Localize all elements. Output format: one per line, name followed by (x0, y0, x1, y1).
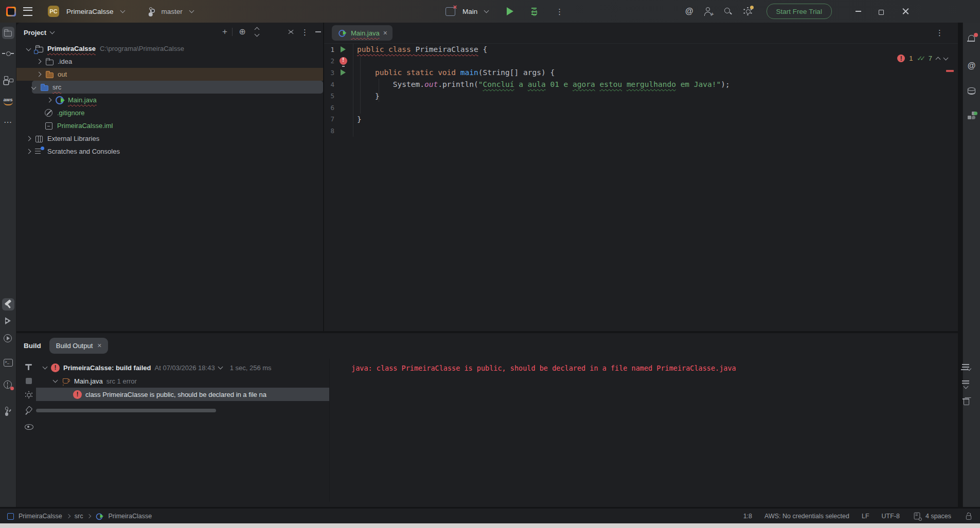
build-settings-icon[interactable] (24, 390, 33, 399)
chevron-right-icon[interactable] (37, 72, 42, 77)
tree-row[interactable]: External Libraries (16, 132, 323, 145)
soft-wrap-icon[interactable] (961, 362, 971, 372)
chevron-down-icon[interactable] (53, 378, 58, 383)
stop-icon[interactable] (26, 378, 32, 384)
breadcrumb-src[interactable]: src (75, 513, 83, 520)
options-icon[interactable]: ⋮ (301, 28, 309, 36)
dependencies-tool-button[interactable] (966, 110, 978, 122)
tree-row[interactable]: .idea (16, 55, 323, 68)
breadcrumb-project[interactable]: PrimeiraCalsse (19, 513, 62, 520)
code-editor[interactable]: 1public class PrimeiraClasse {23 public … (324, 44, 958, 137)
notifications-button[interactable] (966, 33, 978, 45)
tree-row[interactable]: src (32, 81, 323, 94)
problems-tool-button[interactable] (2, 378, 14, 391)
add-icon[interactable]: + (222, 27, 227, 37)
run-line-icon[interactable] (341, 46, 346, 52)
editor-options-icon[interactable]: ⋮ (936, 29, 943, 37)
aws-credentials-widget[interactable]: AWS: No credentials selected (764, 513, 849, 520)
chevron-down-icon[interactable] (484, 8, 489, 13)
ai-assistant-tool-button[interactable]: @ (966, 60, 978, 72)
code-line[interactable]: 2 (324, 56, 958, 67)
database-tool-button[interactable] (966, 85, 978, 98)
chevron-right-icon[interactable] (47, 98, 52, 103)
breadcrumb-class[interactable]: PrimeiraClasse (108, 513, 152, 520)
chevron-down-icon[interactable] (43, 365, 48, 370)
indent-widget[interactable]: 4 spaces (912, 511, 951, 521)
chevron-down-icon[interactable] (50, 29, 55, 34)
start-free-trial-button[interactable]: Start Free Trial (767, 4, 832, 19)
commit-tool-button[interactable] (2, 47, 14, 60)
project-tool-button[interactable] (2, 27, 14, 39)
inspection-widget[interactable]: 1 ✓✓ 7 (897, 54, 948, 62)
filter-icon[interactable] (24, 362, 34, 372)
preview-icon[interactable] (24, 422, 34, 432)
build-row[interactable]: Main.javasrc 1 error (36, 374, 329, 388)
chevron-down-icon[interactable] (189, 8, 194, 13)
code-line[interactable]: 3 public static void main(String[] args)… (324, 67, 958, 79)
caret-position[interactable]: 1:8 (743, 513, 752, 520)
project-name[interactable]: PrimeiraCalsse (66, 8, 114, 15)
chevron-down-icon[interactable] (26, 46, 31, 51)
window-close-button[interactable] (902, 8, 909, 15)
chevron-down-icon[interactable] (31, 85, 37, 90)
branch-name[interactable]: master (162, 8, 183, 15)
run-tool-button[interactable] (2, 315, 14, 327)
code-line[interactable]: 7} (324, 114, 958, 125)
debug-button[interactable] (531, 7, 538, 15)
settings-gear-icon[interactable] (743, 6, 753, 16)
tree-row[interactable]: PrimeiraCalsseC:\programa\PrimeiraCalsse (16, 42, 323, 55)
window-restore-button[interactable] (879, 8, 885, 14)
run-config-name[interactable]: Main (462, 8, 477, 15)
more-tool-windows-button[interactable]: ⋯ (2, 116, 14, 129)
tree-row[interactable]: Scratches and Consoles (16, 145, 323, 158)
build-row[interactable]: PrimeiraCalsse: build failedAt 07/03/202… (36, 361, 329, 374)
ai-assistant-icon[interactable]: @ (685, 7, 693, 16)
line-ending-widget[interactable]: LF (862, 513, 869, 520)
run-button[interactable] (507, 7, 513, 15)
error-intention-icon[interactable] (340, 57, 347, 65)
build-output-tab[interactable]: Build Output × (49, 338, 109, 354)
main-menu-icon[interactable] (23, 7, 32, 16)
tree-row[interactable]: .gitignore (16, 106, 323, 119)
error-stripe-mark[interactable] (946, 70, 954, 72)
chevron-down-icon[interactable] (120, 8, 125, 13)
structure-tool-button[interactable] (2, 74, 14, 86)
add-user-icon[interactable]: + (704, 7, 713, 16)
chevron-right-icon[interactable] (26, 149, 31, 154)
next-problem-icon[interactable] (943, 55, 949, 60)
chevron-right-icon[interactable] (26, 136, 31, 141)
close-tab-icon[interactable]: × (97, 342, 101, 349)
project-avatar[interactable]: PC (48, 6, 59, 17)
aws-tool-button[interactable]: aws (2, 95, 14, 107)
tree-row[interactable]: out (16, 68, 323, 81)
scroll-to-end-icon[interactable] (961, 379, 971, 389)
horizontal-scrollbar[interactable] (36, 409, 216, 412)
expand-all-icon[interactable] (252, 27, 262, 37)
git-tool-button[interactable] (2, 405, 14, 417)
build-panel-title[interactable]: Build (24, 342, 41, 350)
encoding-widget[interactable]: UTF-8 (882, 513, 900, 520)
collapse-all-icon[interactable] (286, 27, 296, 37)
lock-icon[interactable] (965, 512, 973, 521)
close-tab-icon[interactable]: × (383, 29, 387, 37)
terminal-tool-button[interactable] (2, 357, 14, 369)
pin-icon[interactable] (24, 406, 34, 416)
window-minimize-button[interactable] (856, 11, 861, 12)
tab-main-java[interactable]: Main.java × (332, 25, 393, 41)
more-actions-icon[interactable]: ⋮ (556, 8, 563, 15)
code-line[interactable]: 4 System.out.println("Concluí a aula 01 … (324, 79, 958, 90)
build-row[interactable]: class PrimeiraClasse is public, should b… (36, 388, 329, 401)
profiler-tool-button[interactable] (2, 332, 14, 344)
tree-row[interactable]: PrimeiraCalsse.iml (16, 119, 323, 132)
build-tool-button[interactable] (2, 298, 14, 311)
chevron-right-icon[interactable] (37, 59, 42, 64)
hide-panel-icon[interactable] (313, 27, 324, 37)
clear-all-icon[interactable] (961, 396, 971, 406)
locate-file-icon[interactable]: ⊕ (237, 27, 247, 37)
project-panel-title[interactable]: Project (24, 29, 46, 37)
search-everywhere-icon[interactable] (723, 7, 733, 16)
code-line[interactable]: 6 (324, 102, 958, 114)
code-line[interactable]: 8 (324, 125, 958, 137)
code-line[interactable]: 1public class PrimeiraClasse { (324, 44, 958, 56)
run-line-icon[interactable] (341, 69, 346, 76)
